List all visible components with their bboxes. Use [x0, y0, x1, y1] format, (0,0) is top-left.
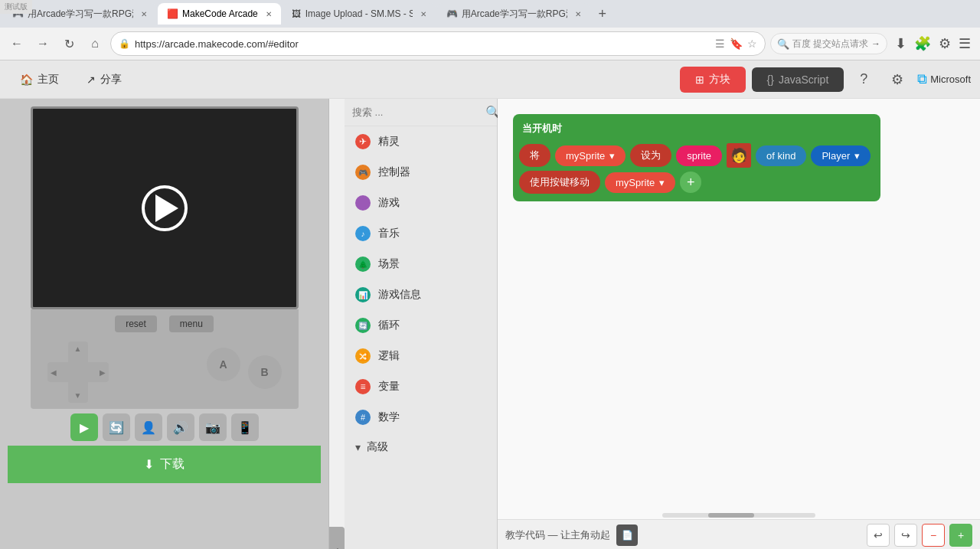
dpad-right-icon[interactable]: ▶: [100, 368, 106, 377]
browser-chrome: 🎮 用Arcade学习写一款RPG游... ✕ 🟥 MakeCode Arcad…: [0, 0, 980, 60]
collapse-panel-button[interactable]: ‹: [329, 527, 345, 549]
reset-button[interactable]: reset: [115, 315, 157, 332]
download-browser-icon[interactable]: ⬇: [892, 32, 910, 55]
category-jing-ling[interactable]: ✈ 精灵: [345, 126, 497, 157]
play-triangle-icon: [155, 194, 178, 222]
undo-button[interactable]: ↩: [867, 524, 890, 547]
category-gao-ji[interactable]: ▾ 高级: [345, 433, 497, 462]
tutorial-doc-icon[interactable]: 📄: [616, 524, 638, 546]
search-bar[interactable]: 🔍 百度 提交站点请求 →: [770, 33, 887, 54]
ofkind-block: of kind: [756, 145, 806, 166]
tab-close-3[interactable]: ✕: [420, 10, 426, 18]
bottom-toolbar: ▶ 🔄 👤 🔊 📷 📱: [61, 409, 268, 446]
set-sprite-row: 将 mySprite ▾ 设为 sprite: [519, 143, 874, 168]
cat-dot-yin-yue: ♪: [355, 226, 371, 241]
fullscreen-tool-button[interactable]: 📱: [231, 413, 259, 441]
search-go-icon[interactable]: →: [871, 38, 880, 49]
search-blocks-input[interactable]: [352, 106, 481, 118]
jiang-text: 将: [530, 149, 540, 162]
tab-close-4[interactable]: ✕: [575, 10, 581, 18]
cat-dot-shu-xue: #: [355, 410, 371, 425]
advanced-chevron-icon: ▾: [355, 441, 361, 453]
category-luo-ji[interactable]: 🔀 逻辑: [345, 341, 497, 371]
search-icon: 🔍: [777, 38, 789, 50]
extensions-browser-icon[interactable]: 🧩: [911, 32, 934, 55]
forward-button[interactable]: →: [32, 33, 54, 54]
tutorial-bar: 教学代码 — 让主角动起 📄: [505, 524, 638, 546]
category-shu-xue[interactable]: # 数学: [345, 402, 497, 433]
category-bian-liang[interactable]: ≡ 变量: [345, 371, 497, 402]
search-bar-blocks: 🔍: [345, 99, 497, 126]
block-group-header: 当开机时: [519, 117, 874, 140]
settings-nav-button[interactable]: ⚙: [884, 66, 911, 93]
url-text: https://arcade.makecode.com/#editor: [135, 38, 710, 50]
tab-image[interactable]: 🖼 Image Upload - SM.MS - Simp... ✕: [283, 3, 436, 25]
category-you-xi-xin-xi[interactable]: 📊 游戏信息: [345, 279, 497, 310]
cat-label-luo-ji: 逻辑: [378, 349, 400, 363]
refresh-button[interactable]: ↻: [58, 33, 80, 54]
play-overlay-button[interactable]: [142, 185, 188, 231]
tab-label-3: Image Upload - SM.MS - Simp...: [305, 8, 413, 19]
cat-label-kong-zhi-qi: 控制器: [378, 165, 410, 179]
sound-tool-button[interactable]: 🔊: [167, 413, 194, 441]
sprite-label-text: sprite: [687, 150, 711, 162]
mysprite-chevron-icon: ▾: [609, 150, 615, 162]
tab-close-1[interactable]: ✕: [141, 10, 147, 18]
category-you-xi[interactable]: 游戏: [345, 188, 497, 218]
play-tool-button[interactable]: ▶: [70, 413, 98, 441]
category-xun-huan[interactable]: 🔄 循环: [345, 310, 497, 341]
dpad-up-icon[interactable]: ▲: [74, 345, 82, 353]
zoom-out-button[interactable]: −: [922, 524, 945, 547]
player-dropdown[interactable]: Player ▾: [811, 145, 871, 166]
js-mode-button[interactable]: {} JavaScript: [752, 67, 844, 92]
download-button[interactable]: ⬇ 下载: [8, 446, 321, 483]
cat-label-you-xi: 游戏: [378, 196, 400, 210]
dpad-down-icon[interactable]: ▼: [74, 391, 82, 400]
search-text: 百度 提交站点请求: [792, 38, 868, 51]
restart-tool-button[interactable]: 🔄: [103, 413, 130, 441]
help-button[interactable]: ?: [850, 66, 877, 93]
tab-rpg2[interactable]: 🎮 用Arcade学习写一款RPG游... ✕: [437, 3, 590, 25]
share-button[interactable]: ↗ 分享: [76, 68, 132, 91]
category-yin-yue[interactable]: ♪ 音乐: [345, 218, 497, 249]
tab-makecode[interactable]: 🟥 MakeCode Arcade ✕: [158, 3, 281, 25]
mysprite2-dropdown[interactable]: mySprite ▾: [605, 172, 675, 193]
horizontal-scrollbar[interactable]: [662, 513, 815, 518]
zoom-in-button[interactable]: +: [949, 524, 972, 547]
cat-label-xun-huan: 循环: [378, 319, 400, 332]
sprite-image-icon[interactable]: 🧑: [727, 143, 751, 168]
b-button[interactable]: B: [248, 355, 282, 389]
tab-close-2[interactable]: ✕: [266, 10, 272, 18]
workspace-actions: ↩ ↪ − +: [867, 524, 972, 547]
category-kong-zhi-qi[interactable]: 🎮 控制器: [345, 157, 497, 188]
debug-tool-button[interactable]: 👤: [135, 413, 162, 441]
sprite-type-block[interactable]: sprite: [676, 145, 722, 166]
toolbar-icons: ⬇ 🧩 ⚙ ☰: [892, 32, 974, 55]
mysprite-dropdown[interactable]: mySprite ▾: [555, 145, 626, 166]
top-nav: 测试版 🏠 主页 ↗ 分享 ⊞ 方块 {} JavaScript ? ⚙ ⧉: [0, 60, 980, 99]
workspace: 当开机时 将 mySprite ▾ 设为: [498, 99, 980, 549]
cat-dot-jing-ling: ✈: [355, 134, 371, 149]
on-start-block-group: 当开机时 将 mySprite ▾ 设为: [513, 114, 880, 201]
block-mode-button[interactable]: ⊞ 方块: [680, 67, 746, 93]
tutorial-text: 教学代码 — 让主角动起: [505, 528, 610, 542]
a-button[interactable]: A: [207, 348, 240, 381]
category-chang-jing[interactable]: 🌲 场景: [345, 249, 497, 279]
screenshot-tool-button[interactable]: 📷: [199, 413, 227, 441]
redo-button[interactable]: ↪: [894, 524, 917, 547]
address-input[interactable]: 🔒 https://arcade.makecode.com/#editor ☰ …: [110, 31, 766, 56]
back-button[interactable]: ←: [6, 33, 28, 54]
star-icon[interactable]: ☆: [747, 38, 757, 50]
redo-icon: ↪: [901, 529, 910, 541]
home-nav-button[interactable]: 🏠 主页: [9, 68, 70, 91]
cat-dot-you-xi-xin-xi: 📊: [355, 287, 371, 302]
tab-label-1: 用Arcade学习写一款RPG游...: [28, 8, 133, 21]
dpad-left-icon[interactable]: ◀: [51, 368, 57, 377]
pocket-icon[interactable]: 🔖: [730, 38, 743, 50]
menu-button[interactable]: menu: [169, 315, 214, 332]
menu-browser-icon[interactable]: ☰: [956, 32, 974, 55]
new-tab-button[interactable]: +: [592, 3, 613, 25]
home-browser-button[interactable]: ⌂: [84, 33, 106, 54]
settings-browser-icon[interactable]: ⚙: [936, 32, 954, 55]
add-block-button[interactable]: +: [680, 172, 701, 193]
